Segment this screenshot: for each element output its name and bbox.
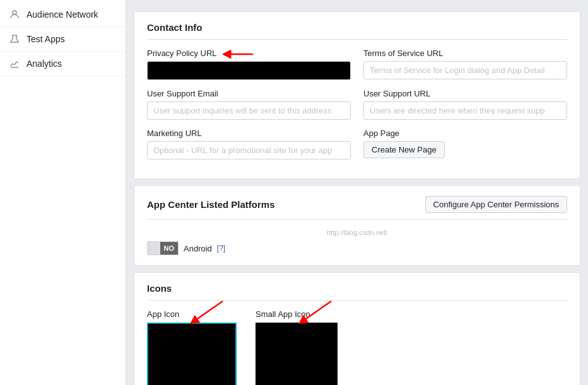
terms-of-service-input[interactable]	[363, 61, 567, 79]
contact-info-section: Contact Info Privacy Policy URL	[134, 11, 580, 179]
app-center-header-row: App Center Listed Platforms Configure Ap…	[147, 196, 567, 220]
app-center-title: App Center Listed Platforms	[147, 199, 275, 210]
app-icon-wrapper	[147, 323, 237, 385]
privacy-arrow-annotation	[223, 47, 254, 61]
test-apps-icon	[9, 33, 20, 45]
watermark-text: http://blog.csdn.net/	[147, 229, 567, 236]
form-group-app-page: App Page Create New Page	[363, 129, 567, 159]
audience-network-icon	[9, 9, 20, 20]
toggle-track	[148, 241, 160, 255]
form-group-marketing-url: Marketing URL	[147, 129, 351, 159]
marketing-url-input[interactable]	[147, 141, 351, 159]
android-toggle[interactable]: NO	[147, 241, 179, 255]
terms-of-service-label: Terms of Service URL	[363, 49, 567, 58]
contact-info-title: Contact Info	[147, 22, 567, 40]
icons-section: Icons App Icon	[134, 272, 580, 385]
privacy-policy-label: Privacy Policy URL	[147, 49, 217, 58]
user-support-url-label: User Support URL	[363, 89, 567, 98]
main-content: Contact Info Privacy Policy URL	[126, 0, 588, 385]
android-toggle-row: NO Android [?]	[147, 241, 567, 255]
small-app-icon-group: Small App Icon	[256, 309, 338, 385]
form-row-marketing-apppage: Marketing URL App Page Create New Page	[147, 129, 567, 159]
android-label: Android	[184, 244, 212, 253]
form-group-user-support-url: User Support URL	[363, 89, 567, 120]
app-icon-group: App Icon	[147, 309, 237, 385]
sidebar-item-test-apps[interactable]: Test Apps	[0, 27, 126, 52]
icons-title: Icons	[147, 283, 567, 301]
svg-point-0	[13, 11, 16, 14]
form-group-privacy-policy: Privacy Policy URL	[147, 49, 351, 80]
form-group-terms-of-service: Terms of Service URL	[363, 49, 567, 80]
android-help-link[interactable]: [?]	[217, 244, 225, 253]
toggle-no-label: NO	[160, 241, 179, 255]
user-support-url-input[interactable]	[363, 101, 567, 120]
svg-line-6	[194, 301, 223, 321]
sidebar-item-test-apps-label: Test Apps	[26, 34, 65, 44]
create-new-page-button[interactable]: Create New Page	[363, 141, 445, 158]
app-page-label: App Page	[363, 129, 567, 138]
user-support-email-input[interactable]	[147, 101, 351, 120]
user-support-email-label: User Support Email	[147, 89, 351, 98]
analytics-icon	[9, 58, 20, 69]
marketing-url-label: Marketing URL	[147, 129, 351, 138]
sidebar: Audience Network Test Apps Analytics	[0, 0, 126, 385]
small-app-icon-box[interactable]	[256, 323, 338, 385]
svg-line-8	[302, 301, 331, 321]
small-icon-wrapper	[256, 323, 338, 385]
form-row-support: User Support Email User Support URL	[147, 89, 567, 120]
form-group-user-support-email: User Support Email	[147, 89, 351, 120]
app-icon-arrow	[185, 299, 235, 324]
app-center-section: App Center Listed Platforms Configure Ap…	[134, 185, 580, 266]
icons-row: App Icon Small App Ico	[147, 309, 567, 385]
configure-app-center-button[interactable]: Configure App Center Permissions	[425, 196, 567, 213]
form-row-privacy-terms: Privacy Policy URL Terms of Service URL	[147, 49, 567, 80]
sidebar-item-analytics-label: Analytics	[26, 59, 62, 69]
small-icon-arrow	[293, 299, 344, 324]
sidebar-item-audience-network[interactable]: Audience Network	[0, 3, 126, 27]
sidebar-item-audience-network-label: Audience Network	[26, 9, 98, 20]
privacy-policy-input-filled[interactable]	[147, 61, 351, 80]
sidebar-item-analytics[interactable]: Analytics	[0, 52, 126, 76]
app-icon-box[interactable]	[147, 323, 237, 385]
